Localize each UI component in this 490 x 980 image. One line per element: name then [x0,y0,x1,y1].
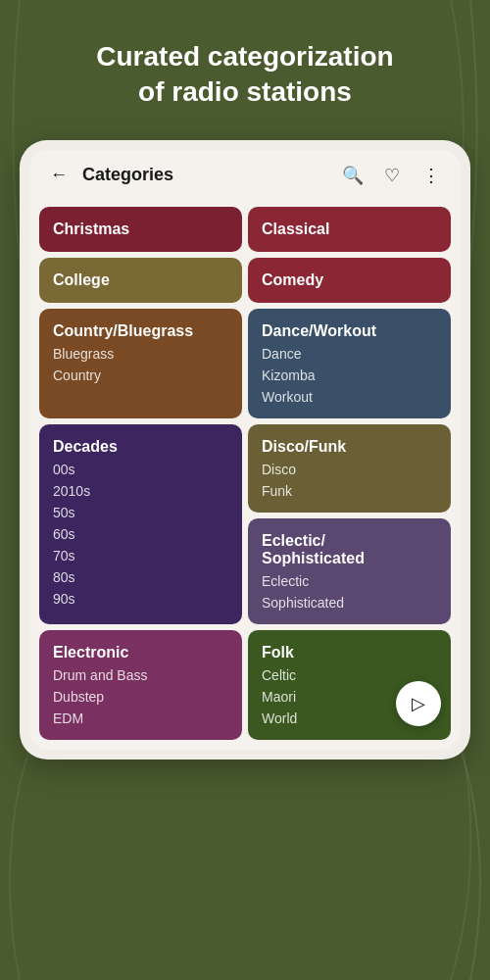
list-item[interactable]: Disco/Funk Disco Funk [248,424,451,513]
heart-icon[interactable]: ♡ [378,162,406,189]
search-icon[interactable]: 🔍 [339,162,367,189]
category-sublabel: Funk [262,483,437,499]
category-label: Folk [262,644,437,662]
category-sublabel: 90s [53,591,228,607]
list-item[interactable]: Christmas [39,207,242,252]
list-item[interactable]: Dance/Workout Dance Kizomba Workout [248,309,451,418]
category-label: College [53,271,228,289]
category-sublabel: Drum and Bass [53,667,228,683]
hero-title: Curated categorization of radio stations [20,39,470,111]
list-item[interactable]: College [39,258,242,303]
category-label: Christmas [53,220,228,238]
category-sublabel: Celtic [262,667,437,683]
list-item[interactable]: Country/Bluegrass Bluegrass Country [39,309,242,418]
category-sublabel: Eclectic [262,573,437,589]
category-sublabel: 80s [53,569,228,585]
list-item[interactable]: Classical [248,207,451,252]
category-sublabel: EDM [53,710,228,726]
phone-frame: ← Categories 🔍 ♡ ⋮ Christmas Classical [20,140,470,760]
category-sublabel: 50s [53,505,228,520]
back-icon[interactable]: ← [45,162,73,189]
top-bar-icons: 🔍 ♡ ⋮ [339,162,445,189]
category-sublabel: Sophisticated [262,595,437,611]
category-label: Eclectic/Sophisticated [262,532,437,567]
category-sublabel: Bluegrass [53,346,228,362]
category-label: Dance/Workout [262,322,437,340]
categories-grid: Christmas Classical College Comedy Count… [29,201,461,750]
category-sublabel: Dance [262,346,437,362]
category-label: Comedy [262,271,437,289]
category-sublabel: Dubstep [53,689,228,705]
category-sublabel: Country [53,368,228,383]
phone-inner-wrap: ← Categories 🔍 ♡ ⋮ Christmas Classical [29,150,461,750]
hero-section: Curated categorization of radio stations [0,0,490,130]
category-label: Classical [262,220,437,238]
category-sublabel: 00s [53,462,228,477]
list-item[interactable]: Eclectic/Sophisticated Eclectic Sophisti… [248,518,451,624]
category-sublabel: Kizomba [262,368,437,383]
page-title: Categories [82,165,173,185]
right-col-group: Disco/Funk Disco Funk Eclectic/Sophistic… [248,424,451,624]
list-item[interactable]: Electronic Drum and Bass Dubstep EDM [39,630,242,740]
category-label: Disco/Funk [262,438,437,456]
category-label: Country/Bluegrass [53,322,228,340]
category-sublabel: Disco [262,462,437,477]
category-sublabel: 70s [53,548,228,564]
list-item[interactable]: Comedy [248,258,451,303]
fab-button[interactable]: ▷ [396,681,441,726]
category-sublabel: Workout [262,389,437,405]
category-sublabel: 60s [53,526,228,542]
phone-screen: ← Categories 🔍 ♡ ⋮ Christmas Classical [29,150,461,750]
category-label: Electronic [53,644,228,662]
more-icon[interactable]: ⋮ [417,162,445,189]
top-bar: ← Categories 🔍 ♡ ⋮ [29,150,461,201]
top-bar-left: ← Categories [45,162,173,189]
list-item[interactable]: Decades 00s 2010s 50s 60s 70s 80s 90s [39,424,242,624]
category-sublabel: 2010s [53,483,228,499]
category-label: Decades [53,438,228,456]
